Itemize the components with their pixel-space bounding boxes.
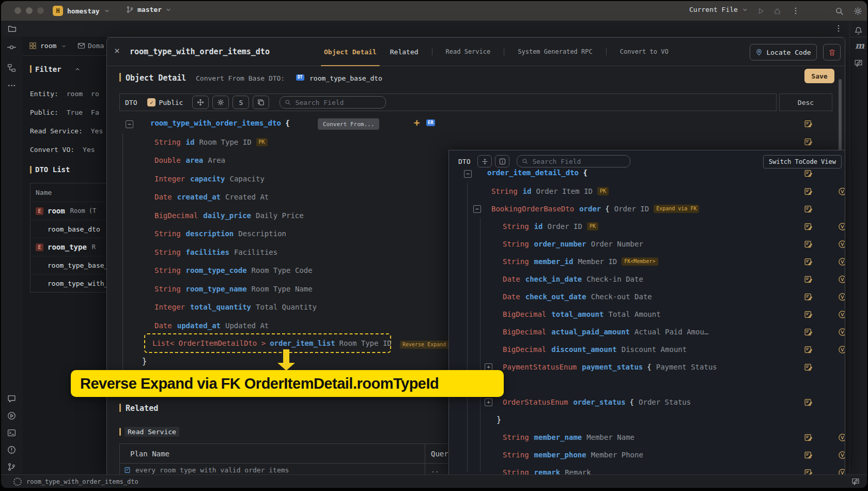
filter-value-option[interactable]: ro bbox=[91, 90, 99, 98]
edit-desc-icon[interactable] bbox=[804, 433, 813, 442]
notifications-bell-icon[interactable] bbox=[854, 26, 863, 35]
convert-from-button[interactable]: Convert From... bbox=[318, 118, 379, 130]
dto-field-row[interactable]: −BookingOrderBaseDtoorder{Order IDExpand… bbox=[449, 200, 845, 218]
dto-list-item[interactable]: room_type_base_dto bbox=[30, 256, 106, 274]
dialog-tab-object-detail[interactable]: Object Detail bbox=[324, 38, 377, 66]
problems-tool-icon[interactable] bbox=[7, 446, 16, 454]
edit-desc-icon[interactable] bbox=[804, 293, 813, 301]
maven-tool-icon[interactable]: m bbox=[855, 40, 864, 51]
ai-status-icon[interactable] bbox=[851, 478, 860, 486]
collapse-box-icon[interactable]: − bbox=[126, 120, 133, 128]
structure-tool-icon[interactable] bbox=[7, 64, 16, 72]
dto-field-row[interactable]: BigDecimaltotal_amountTotal Amount bbox=[449, 305, 845, 323]
domain-tab-label[interactable]: Doma bbox=[88, 42, 104, 50]
more-actions-button[interactable] bbox=[792, 7, 800, 15]
edit-desc-icon[interactable] bbox=[804, 310, 813, 319]
public-checkbox[interactable]: ✓ bbox=[147, 98, 156, 106]
vo-circle-icon[interactable] bbox=[838, 328, 845, 336]
filter-value-option[interactable]: True bbox=[67, 109, 83, 116]
edit-desc-icon[interactable] bbox=[804, 398, 813, 407]
dto-field-row[interactable]: StringidOrder IDPK bbox=[449, 218, 845, 235]
field-settings-button[interactable] bbox=[212, 96, 229, 109]
dto-list-item[interactable]: room_type_with_order_items_dto bbox=[30, 274, 106, 292]
vo-circle-icon[interactable] bbox=[838, 187, 845, 196]
commit-tool-icon[interactable] bbox=[7, 43, 16, 52]
filter-value-option[interactable]: room bbox=[67, 90, 83, 98]
entity-selector[interactable]: room bbox=[40, 42, 56, 50]
dialog-tab-convert-to-vo[interactable]: Convert to VO bbox=[620, 38, 669, 66]
dto-field-row[interactable]: Datecheck_out_dateCheck-out Date bbox=[449, 288, 845, 305]
save-button[interactable]: Save bbox=[804, 69, 834, 83]
edit-desc-icon[interactable] bbox=[804, 275, 813, 284]
dto-field-row[interactable]: StringidOrder Item IDPK bbox=[449, 182, 845, 200]
filter-value-option[interactable]: Yes bbox=[91, 127, 103, 135]
edit-desc-icon[interactable] bbox=[804, 169, 813, 178]
dialog-tab-related[interactable]: Related bbox=[390, 38, 419, 66]
vo-circle-icon[interactable] bbox=[838, 433, 845, 442]
filter-value-option[interactable]: Fa bbox=[91, 109, 99, 116]
add-field-button[interactable]: + bbox=[414, 117, 420, 128]
dto-field-row[interactable]: BigDecimaldiscount_amountDiscount Amount bbox=[449, 341, 845, 358]
terminal-tool-icon[interactable] bbox=[7, 428, 16, 437]
collapse-box-icon[interactable]: − bbox=[464, 170, 472, 178]
vo-circle-icon[interactable] bbox=[838, 310, 845, 319]
more-tools-icon[interactable] bbox=[7, 81, 16, 90]
edit-desc-icon[interactable] bbox=[804, 363, 813, 372]
vo-circle-icon[interactable] bbox=[838, 275, 845, 284]
dialog-tab-system-generated-rpc[interactable]: System Generated RPC bbox=[518, 38, 593, 66]
edit-desc-icon[interactable] bbox=[804, 205, 813, 213]
expand-box-icon[interactable]: + bbox=[485, 398, 492, 406]
dto-field-row[interactable]: Stringmember_idMember IDFK<Member> bbox=[449, 253, 845, 270]
editor-options-kebab-icon[interactable] bbox=[834, 24, 843, 33]
vo-circle-icon[interactable] bbox=[838, 345, 845, 354]
vo-circle-icon[interactable] bbox=[838, 257, 845, 266]
services-tool-icon[interactable] bbox=[7, 411, 16, 420]
project-widget[interactable]: H homestay bbox=[53, 6, 110, 16]
edit-desc-icon[interactable] bbox=[804, 257, 813, 266]
edit-desc-icon[interactable] bbox=[804, 240, 813, 249]
dto-field-row[interactable]: StringremarkRemark bbox=[449, 464, 845, 475]
dto-list-item[interactable]: Eroom_typeR bbox=[30, 238, 106, 256]
field-search-box[interactable] bbox=[280, 96, 386, 109]
dto-field-row[interactable]: } bbox=[449, 411, 845, 428]
dialog-scrollbar-thumb[interactable] bbox=[839, 79, 842, 162]
move-field-button[interactable] bbox=[192, 96, 209, 109]
chat-tool-icon[interactable] bbox=[7, 394, 16, 403]
dto-list-item[interactable]: room_base_dto bbox=[30, 220, 106, 238]
dto-field-row[interactable]: Stringmember_nameMember Name bbox=[449, 428, 845, 446]
git-tool-icon[interactable] bbox=[7, 463, 16, 471]
edit-desc-icon[interactable] bbox=[804, 222, 813, 231]
edit-desc-icon[interactable] bbox=[804, 137, 813, 146]
dto-field-row[interactable]: BigDecimalactual_paid_amountActual Paid … bbox=[449, 323, 845, 341]
ai-assistant-icon[interactable] bbox=[854, 59, 863, 68]
filter-value-option[interactable]: Yes bbox=[83, 146, 95, 154]
collapse-chevron-up-icon[interactable] bbox=[74, 66, 81, 72]
dto-field-row[interactable]: Stringorder_numberOrder Number bbox=[449, 235, 845, 253]
vo-circle-icon[interactable] bbox=[838, 293, 845, 301]
collapse-box-icon[interactable]: − bbox=[473, 205, 481, 213]
vcs-branch-widget[interactable]: master bbox=[126, 6, 172, 13]
run-button[interactable] bbox=[756, 7, 765, 16]
edit-desc-icon[interactable] bbox=[804, 328, 813, 336]
run-configuration-selector[interactable]: Current File bbox=[689, 6, 748, 13]
dto-field-row[interactable]: +OrderStatusEnumorder_status{Order Statu… bbox=[449, 393, 845, 411]
base-dto-name[interactable]: room_type_base_dto bbox=[309, 74, 382, 82]
delete-dto-button[interactable] bbox=[823, 44, 841, 60]
dto-field-row[interactable]: Datecheck_in_dateCheck-in Date bbox=[449, 270, 845, 288]
dialog-close-icon[interactable]: × bbox=[114, 46, 120, 55]
project-folder-icon[interactable] bbox=[8, 24, 17, 33]
dialog-tab-read-service[interactable]: Read Service bbox=[446, 38, 491, 66]
traffic-light-close[interactable] bbox=[14, 7, 21, 14]
static-toggle-button[interactable]: S bbox=[233, 96, 249, 109]
field-search-input[interactable] bbox=[294, 98, 381, 107]
edit-desc-icon[interactable] bbox=[804, 451, 813, 459]
copy-fields-button[interactable] bbox=[253, 96, 269, 109]
edit-desc-icon[interactable] bbox=[804, 187, 813, 196]
vo-circle-icon[interactable] bbox=[838, 240, 845, 249]
traffic-light-minimize[interactable] bbox=[26, 7, 33, 14]
vo-circle-icon[interactable] bbox=[838, 222, 845, 231]
edit-desc-icon[interactable] bbox=[804, 119, 813, 128]
vo-circle-icon[interactable] bbox=[838, 451, 845, 459]
edit-desc-icon[interactable] bbox=[804, 345, 813, 354]
dto-field-row[interactable]: +PaymentStatusEnumpayment_status{Payment… bbox=[449, 358, 845, 376]
